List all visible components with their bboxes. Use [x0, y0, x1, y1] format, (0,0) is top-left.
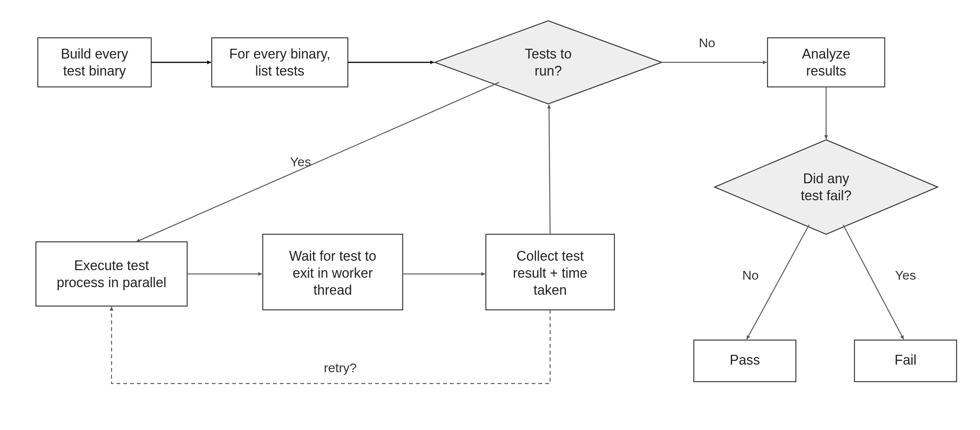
edge-label-no-1: No	[699, 35, 715, 50]
node-collect: Collect test result + time taken	[486, 234, 614, 310]
node-list-l2: list tests	[255, 63, 304, 79]
node-wait-l2: exit in worker	[293, 265, 373, 281]
node-execute-l2: process in parallel	[57, 275, 166, 290]
node-failq-l2: test fail?	[801, 188, 851, 203]
node-failq-l1: Did any	[803, 171, 849, 186]
node-execute-l1: Execute test	[74, 258, 149, 273]
edge-label-no-2: No	[742, 268, 759, 282]
svg-rect-4	[36, 242, 187, 306]
edge-collect-testsq	[549, 105, 550, 234]
node-build-l2: test binary	[63, 63, 126, 79]
node-analyze: Analyze results	[767, 38, 885, 87]
node-analyze-l2: results	[806, 63, 846, 79]
node-fail: Fail	[854, 340, 956, 382]
node-pass-l1: Pass	[730, 352, 760, 368]
node-wait-l1: Wait for test to	[289, 248, 377, 264]
node-collect-l3: taken	[533, 282, 567, 298]
node-wait: Wait for test to exit in worker thread	[263, 234, 402, 310]
node-did-any-fail: Did any test fail?	[714, 140, 938, 234]
node-build-l1: Build every	[61, 46, 128, 62]
svg-rect-3	[767, 38, 885, 87]
edge-label-retry: retry?	[324, 360, 357, 375]
flowchart: Build every test binary For every binary…	[0, 0, 980, 430]
node-tests-to-run: Tests to run?	[435, 21, 662, 104]
node-pass: Pass	[694, 340, 796, 382]
node-fail-l1: Fail	[894, 352, 916, 368]
edge-label-yes-1: Yes	[290, 154, 311, 169]
svg-rect-1	[212, 38, 348, 87]
node-collect-l2: result + time	[513, 265, 587, 281]
node-tests-q-l2: run?	[535, 63, 562, 79]
node-analyze-l1: Analyze	[802, 46, 850, 62]
edge-failq-fail	[843, 225, 904, 339]
node-list-l1: For every binary,	[229, 46, 330, 62]
svg-marker-2	[435, 21, 662, 104]
node-tests-q-l1: Tests to	[525, 46, 572, 62]
node-build: Build every test binary	[38, 38, 151, 87]
node-wait-l3: thread	[313, 282, 352, 298]
svg-rect-0	[38, 38, 151, 87]
node-execute: Execute test process in parallel	[36, 242, 187, 306]
node-list: For every binary, list tests	[212, 38, 348, 87]
node-collect-l1: Collect test	[517, 248, 584, 264]
edge-label-yes-2: Yes	[895, 268, 916, 282]
svg-marker-7	[714, 140, 938, 234]
edge-testsq-execute	[136, 83, 499, 242]
